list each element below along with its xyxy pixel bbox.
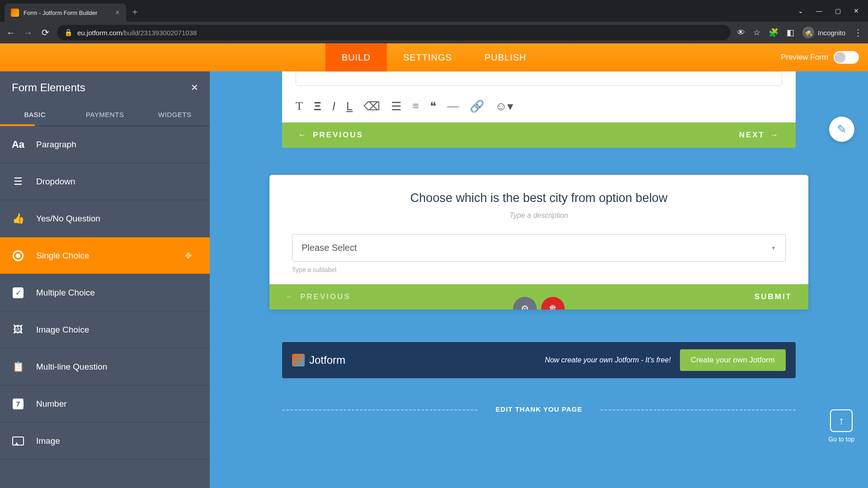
element-paragraph[interactable]: Aa Paragraph <box>0 126 210 163</box>
back-button[interactable]: ← <box>5 28 16 38</box>
arrow-left-icon: ← <box>298 131 307 140</box>
app-header: BUILD SETTINGS PUBLISH Preview Form <box>0 43 868 71</box>
reload-button[interactable]: ⟳ <box>40 27 51 38</box>
minimize-icon[interactable]: ― <box>816 7 822 14</box>
thumbs-icon: 👍 <box>0 213 36 225</box>
delete-button[interactable]: 🗑 <box>541 297 565 310</box>
eye-off-icon[interactable]: 👁 <box>737 28 745 38</box>
browser-toolbar: ← → ⟳ 🔒 eu.jotform.com/build/23139300207… <box>0 22 868 43</box>
preview-label: Preview Form <box>781 53 828 62</box>
tab-publish[interactable]: PUBLISH <box>468 43 543 71</box>
emoji-icon[interactable]: ☺▾ <box>495 99 513 113</box>
tab-title: Form - Jotform Form Builder <box>24 9 97 16</box>
element-image[interactable]: Image <box>0 422 210 460</box>
sidebar: Form Elements × BASIC PAYMENTS WIDGETS A… <box>0 71 210 488</box>
tab-build[interactable]: BUILD <box>326 43 387 71</box>
arrow-right-icon: → <box>770 131 779 140</box>
bold-icon[interactable]: Ξ <box>314 99 321 113</box>
window-controls: ⌄ ― ▢ ✕ <box>798 7 868 14</box>
element-multiline[interactable]: 📋 Multi-line Question <box>0 348 210 385</box>
text-icon: Aa <box>0 139 36 150</box>
address-bar[interactable]: 🔒 eu.jotform.com/build/231393002071038 <box>57 25 731 40</box>
close-window-icon[interactable]: ✕ <box>854 7 859 14</box>
numbered-list-icon[interactable]: ≡ <box>412 99 419 113</box>
create-form-button[interactable]: Create your own Jotform <box>680 349 786 371</box>
url-domain: eu.jotform.com <box>77 29 122 37</box>
quote-icon[interactable]: ❝ <box>430 99 436 113</box>
maximize-icon[interactable]: ▢ <box>835 7 841 14</box>
new-tab-button[interactable]: + <box>132 7 138 18</box>
promo-banner: Jotform Now create your own Jotform - It… <box>282 342 796 378</box>
dropdown-icon: ☰ <box>0 176 36 188</box>
star-icon[interactable]: ☆ <box>753 28 760 38</box>
sidebar-tab-payments[interactable]: PAYMENTS <box>70 103 140 126</box>
dropdown-field[interactable]: Please Select ▼ <box>292 234 786 262</box>
underline-icon[interactable]: L <box>346 99 353 113</box>
element-multiple-choice[interactable]: ✓ Multiple Choice <box>0 274 210 311</box>
element-image-choice[interactable]: 🖼 Image Choice <box>0 311 210 348</box>
incognito-badge: 🕵 Incognito <box>802 27 845 38</box>
preview-toggle[interactable] <box>834 51 859 64</box>
form-card-selected[interactable]: Choose which is the best city from optio… <box>269 175 808 310</box>
settings-button[interactable]: ⚙ <box>513 297 537 310</box>
edit-thank-you-link[interactable]: EDIT THANK YOU PAGE <box>282 405 796 413</box>
link-icon[interactable]: 🔗 <box>470 99 484 113</box>
extensions-icon[interactable]: 🧩 <box>769 28 778 38</box>
drag-handle-icon[interactable]: ✥ <box>185 251 192 261</box>
previous-button[interactable]: ←PREVIOUS <box>298 131 363 140</box>
chevron-down-icon[interactable]: ⌄ <box>798 7 803 14</box>
previous-button[interactable]: ←PREVIOUS <box>286 292 351 301</box>
element-yesno[interactable]: 👍 Yes/No Question <box>0 200 210 237</box>
canvas: T Ξ I L ⌫ ☰ ≡ ❝ — 🔗 ☺▾ ←PREVIOUS NEXT→ C… <box>210 71 868 488</box>
number-icon: 7 <box>0 399 36 409</box>
arrow-up-icon: ↑ <box>839 414 844 427</box>
close-sidebar-button[interactable]: × <box>191 80 198 94</box>
radio-icon <box>0 250 36 261</box>
clear-format-icon[interactable]: ⌫ <box>363 99 380 113</box>
sublabel[interactable]: Type a sublabel <box>292 266 786 273</box>
rich-text-toolbar: T Ξ I L ⌫ ☰ ≡ ❝ — 🔗 ☺▾ <box>282 94 796 122</box>
sidebar-tab-widgets[interactable]: WIDGETS <box>140 103 210 126</box>
tab-settings[interactable]: SETTINGS <box>387 43 468 71</box>
bullet-list-icon[interactable]: ☰ <box>391 99 401 113</box>
sidepanel-icon[interactable]: ◧ <box>787 28 794 38</box>
element-single-choice[interactable]: Single Choice ✥ <box>0 237 210 274</box>
help-button[interactable]: ✎ <box>829 117 854 142</box>
sidebar-tab-basic[interactable]: BASIC <box>0 103 70 126</box>
question-description[interactable]: Type a description <box>292 211 786 220</box>
forward-button[interactable]: → <box>23 28 33 38</box>
lock-icon: 🔒 <box>64 28 73 37</box>
element-dropdown[interactable]: ☰ Dropdown <box>0 163 210 200</box>
image-icon <box>0 436 36 446</box>
question-title[interactable]: Choose which is the best city from optio… <box>292 191 786 205</box>
image-choice-icon: 🖼 <box>0 324 36 336</box>
sidebar-title: Form Elements <box>12 81 85 94</box>
italic-icon[interactable]: I <box>332 99 335 113</box>
text-input-preview[interactable] <box>296 71 782 86</box>
chevron-down-icon: ▼ <box>771 245 776 251</box>
close-tab-icon[interactable]: × <box>115 9 119 17</box>
checkbox-icon: ✓ <box>0 287 36 298</box>
arrow-left-icon: ← <box>286 292 295 301</box>
submit-button[interactable]: SUBMIT <box>755 292 792 301</box>
browser-tab[interactable]: Form - Jotform Form Builder × <box>5 4 126 22</box>
incognito-icon: 🕵 <box>802 27 814 38</box>
browser-tab-strip: Form - Jotform Form Builder × + ⌄ ― ▢ ✕ <box>0 0 868 22</box>
dropdown-placeholder: Please Select <box>302 243 357 253</box>
go-to-top-button[interactable]: ↑ Go to top <box>828 409 854 443</box>
font-size-icon[interactable]: T <box>296 99 303 113</box>
next-button[interactable]: NEXT→ <box>739 131 779 140</box>
hr-icon[interactable]: — <box>447 99 459 113</box>
menu-button[interactable]: ⋮ <box>854 27 863 38</box>
favicon-icon <box>11 9 19 17</box>
form-card-previous: T Ξ I L ⌫ ☰ ≡ ❝ — 🔗 ☺▾ ←PREVIOUS NEXT→ <box>282 71 796 148</box>
banner-text: Now create your own Jotform - It's free! <box>545 356 671 364</box>
url-path: /build/231393002071038 <box>122 29 197 37</box>
jotform-logo-text: Jotform <box>309 354 345 366</box>
clipboard-icon: 📋 <box>0 361 36 373</box>
element-number[interactable]: 7 Number <box>0 385 210 422</box>
jotform-logo-icon <box>292 354 305 366</box>
